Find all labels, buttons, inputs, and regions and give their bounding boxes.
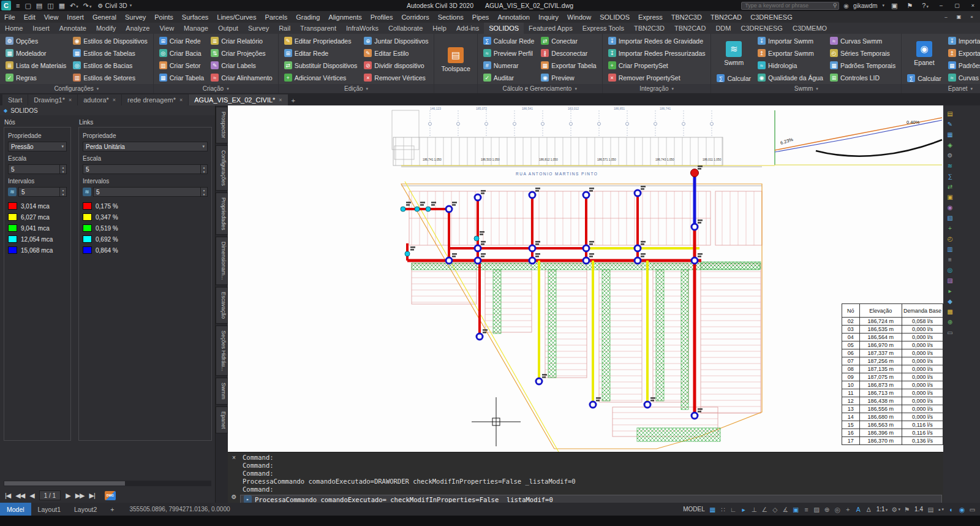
drawing-viewport[interactable]: 146,123185,072186,541163,012186,851186,7… <box>228 105 943 452</box>
criar-tabela-button[interactable]: ▦Criar Tabela <box>157 72 206 83</box>
numerar-button[interactable]: #Numerar <box>481 59 537 71</box>
search-icon[interactable]: ⚲ <box>833 2 837 9</box>
ribbon-tab-view[interactable]: View <box>154 23 179 34</box>
autoscale-icon[interactable]: ∆ <box>864 504 874 514</box>
stepper-arrows[interactable]: ▴▾ <box>59 165 66 173</box>
new-drawing-tab-button[interactable]: + <box>288 96 298 105</box>
criar-bacia-button[interactable]: ◎Criar Bacia <box>157 47 206 59</box>
criar-setor-button[interactable]: ▥Criar Setor <box>157 59 206 71</box>
swmm-button[interactable]: ≋Swmm <box>714 35 753 72</box>
nodes-property-select[interactable]: Pressão▾ <box>8 142 67 151</box>
palette-horizontal-scrollbar[interactable] <box>4 481 211 486</box>
stepper-arrows[interactable]: ▴▾ <box>200 188 207 196</box>
close-doc-icon[interactable]: × <box>966 14 978 20</box>
drawing-tab-rede-drenagem[interactable]: rede drenagem*× <box>122 94 188 105</box>
menu-lines-curves[interactable]: Lines/Curves <box>213 13 260 21</box>
network-node[interactable] <box>536 378 542 384</box>
ribbon-tab-collaborate[interactable]: Collaborate <box>383 23 428 34</box>
dwg-icon[interactable]: DWG <box>105 491 116 500</box>
close-icon[interactable]: × <box>232 454 236 461</box>
save-icon[interactable]: ◫ <box>45 2 56 9</box>
ribbon-tab-transparent[interactable]: Transparent <box>295 23 341 34</box>
shade-icon[interactable]: ▨ <box>945 276 955 285</box>
drawing-tab-drawing1[interactable]: Drawing1*× <box>28 94 77 105</box>
ribbon-tab-ddm[interactable]: DDM <box>710 23 736 34</box>
curvas-swmm-button[interactable]: ≈Curvas Swmm <box>827 35 898 47</box>
network-node[interactable] <box>475 245 481 251</box>
lista-de-materiais-button[interactable]: ≣Lista de Materiais <box>3 59 69 71</box>
estilos-de-dispositivos-button[interactable]: ◉Estilos de Dispositivos <box>70 35 149 47</box>
remover-propertyset-button[interactable]: ×Remover PropertySet <box>606 72 708 83</box>
menu-insert[interactable]: Insert <box>62 13 88 21</box>
estilos-de-tabelas-button[interactable]: ▦Estilos de Tabelas <box>70 47 149 59</box>
network-node[interactable] <box>692 257 698 264</box>
network-node[interactable] <box>635 257 641 264</box>
nodes-intervals-stepper[interactable]: 5 ▴▾ <box>18 187 67 197</box>
layer-icon[interactable]: ▤ <box>945 109 955 118</box>
ortho-icon[interactable]: ⊥ <box>749 504 760 514</box>
lines-icon[interactable]: ≡ <box>945 255 955 264</box>
toolspace-button[interactable]: ▤Toolspace <box>437 35 473 84</box>
previous-icon[interactable]: ◀ <box>29 492 34 500</box>
quick-properties-icon[interactable]: ▤ <box>925 504 936 514</box>
workspace-gear-icon[interactable]: ⚙▾ <box>890 504 902 514</box>
restore-doc-icon[interactable]: ▣ <box>953 14 965 20</box>
style-icon[interactable]: ✎ <box>945 120 955 129</box>
drawing-tab-agua-vis-ex-02-civil[interactable]: AGUA_VIS_EX_02_CIVIL*× <box>189 94 287 105</box>
network-node[interactable] <box>583 192 589 198</box>
water-icon[interactable]: ≋ <box>945 161 955 170</box>
criar-rede-button[interactable]: ⊞Criar Rede <box>157 35 206 47</box>
palette-tab-escavacao[interactable]: Escavação <box>216 287 228 324</box>
dividir-dispositivo-button[interactable]: ⊘Dividir dispositivo <box>361 59 431 71</box>
network-node[interactable] <box>529 192 535 198</box>
grid-icon[interactable]: ▦ <box>707 504 718 514</box>
first-page-icon[interactable]: |◀ <box>5 492 10 500</box>
snap-icon[interactable]: ∷ <box>718 504 728 514</box>
layout-tab-item[interactable]: + <box>104 503 121 516</box>
nodes-scale-stepper[interactable]: 5 ▴▾ <box>8 164 67 174</box>
exportar-epanet-button[interactable]: ↥Exportar Epanet <box>946 47 980 59</box>
importar-epanet-button[interactable]: ↧Importar Epanet <box>946 35 980 47</box>
table-icon[interactable]: ▦ <box>945 130 955 139</box>
help-icon[interactable]: ?▾ <box>919 2 931 9</box>
links-scale-stepper[interactable]: 5 ▴▾ <box>83 164 208 174</box>
close-tab-icon[interactable]: × <box>113 97 116 103</box>
ribbon-tab-c3dmemo[interactable]: C3DMEMO <box>788 23 832 34</box>
stepper-arrows[interactable]: ▴▾ <box>59 188 66 196</box>
undo-icon[interactable]: ↶▾ <box>67 2 81 9</box>
app-menu-icon[interactable]: ≡ <box>13 2 22 9</box>
preview-perfil-button[interactable]: ≈Preview Perfil <box>481 47 537 59</box>
network-node[interactable] <box>583 245 589 251</box>
panel-label-swmm[interactable]: Swmm▾ <box>711 84 901 93</box>
importar-redes-de-gravidade-button[interactable]: ↧Importar Redes de Gravidade <box>606 35 708 47</box>
regras-button[interactable]: ✓Regras <box>3 72 69 83</box>
menu-tbn2c3d[interactable]: TBN2C3D <box>667 13 706 21</box>
drawing-tab-adutora[interactable]: adutora*× <box>78 94 121 105</box>
menu-surfaces[interactable]: Surfaces <box>178 13 213 21</box>
menu-solidos[interactable]: SOLIDOS <box>595 13 634 21</box>
editar-propriedades-button[interactable]: ✎Editar Propriedades <box>282 35 360 47</box>
network-node[interactable] <box>401 207 405 212</box>
panel-label-epanet[interactable]: Epanet▾ <box>902 84 980 93</box>
padroes-temporais-button[interactable]: ▦Padrões Temporais <box>827 59 898 71</box>
menu-edit[interactable]: Edit <box>20 13 40 21</box>
command-input[interactable]: ProcessaCommando comandoExecutado= check… <box>255 496 553 503</box>
network-node[interactable] <box>644 402 650 408</box>
menu-file[interactable]: File <box>0 13 20 21</box>
menu-corridors[interactable]: Corridors <box>397 13 433 21</box>
palette-tab-prospector[interactable]: Prospector <box>216 107 228 143</box>
osnap-icon[interactable]: ▣ <box>791 504 801 514</box>
isolate-objects-icon[interactable]: ◐ <box>946 504 957 514</box>
curvas-do-epanet-button[interactable]: ≈Curvas do Epanet <box>946 72 980 83</box>
close-tab-icon[interactable]: × <box>279 97 282 103</box>
isodraft-icon[interactable]: ◇ <box>770 504 780 514</box>
menu-alignments[interactable]: Alignments <box>324 13 366 21</box>
ribbon-tab-express-tools[interactable]: Express Tools <box>578 23 629 34</box>
menu-inquiry[interactable]: Inquiry <box>534 13 563 21</box>
ribbon-tab-featured-apps[interactable]: Featured Apps <box>524 23 578 34</box>
play-icon[interactable]: ▸ <box>945 286 955 295</box>
network-node[interactable] <box>635 245 641 251</box>
ribbon-tab-solidos[interactable]: SOLIDOS <box>484 23 524 34</box>
criar-labels-button[interactable]: ✎Criar Labels <box>208 59 274 71</box>
signin-user[interactable]: gikawdm <box>853 2 877 9</box>
